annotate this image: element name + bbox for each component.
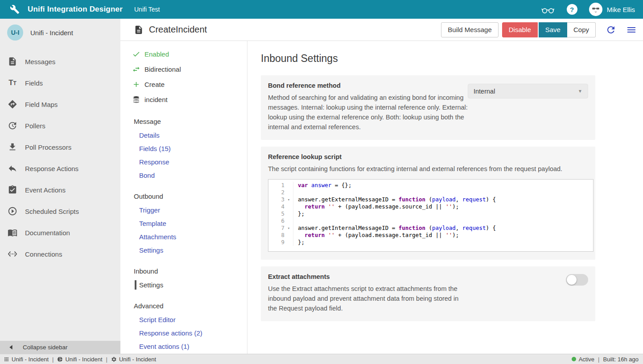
integration-header[interactable]: U-I Unifi - Incident (0, 19, 120, 46)
integration-avatar: U-I (7, 25, 23, 41)
separator: | (105, 356, 108, 363)
text-fields-icon: TT (8, 78, 17, 87)
extract-attachments-card: Extract attachments Use the Extract atta… (261, 266, 595, 321)
built-label: Built: 16h ago (603, 356, 639, 363)
sidebar-item-label: Field Maps (25, 101, 58, 108)
sidebar-item-messages[interactable]: Messages (0, 51, 120, 72)
statusbar-item-label: Unifi - Incident (65, 356, 102, 363)
user-avatar (589, 3, 602, 16)
check-icon (132, 50, 140, 58)
reply-icon (8, 164, 17, 173)
sidebar-item-field-maps[interactable]: Field Maps (0, 94, 120, 115)
database-icon (132, 95, 140, 104)
clock-refresh-icon (8, 121, 17, 131)
sidebar-menu: Messages TT Fields Field Maps Pollers Po… (0, 46, 120, 341)
nav-status-bidirectional[interactable]: Bidirectional (120, 61, 247, 77)
message-header: CreateIncident Build Message Disable Sav… (120, 19, 643, 41)
sidebar-item-label: Event Actions (25, 186, 66, 194)
integration-name: Unifi - Incident (30, 29, 73, 37)
message-name: CreateIncident (149, 25, 207, 35)
sidebar-item-label: Response Actions (25, 165, 78, 172)
user-menu[interactable]: Mike Ellis (589, 3, 635, 16)
sidebar-item-response-actions[interactable]: Response Actions (0, 158, 120, 179)
collapse-sidebar-button[interactable]: Collapse sidebar (0, 341, 120, 354)
sidebar-item-poll-processors[interactable]: Poll Processors (0, 136, 120, 158)
statusbar-item-dataset[interactable]: Unifi - Incident (4, 356, 49, 363)
nav-link-template[interactable]: Template (120, 217, 247, 230)
extract-attachments-description: Use the Extract attachments script to ex… (268, 284, 461, 313)
sidebar-item-label: Fields (25, 79, 43, 87)
menu-button[interactable] (626, 25, 637, 35)
open-book-icon (8, 228, 17, 237)
hamburger-icon (626, 25, 637, 35)
build-message-button[interactable]: Build Message (441, 22, 498, 37)
reference-lookup-code-editor[interactable]: 1var answer = {};2 3▾answer.getExternalM… (268, 179, 594, 252)
reference-lookup-card: Reference lookup script The script conta… (261, 147, 595, 260)
statusbar-item-label: Unifi - Incident (119, 356, 156, 363)
nav-link-attachments[interactable]: Attachments (120, 230, 247, 243)
nav-status-label: Bidirectional (144, 65, 181, 73)
separator: | (51, 356, 54, 363)
copy-button[interactable]: Copy (567, 22, 596, 37)
ethernet-brackets-icon (8, 249, 17, 259)
sidebar: U-I Unifi - Incident Messages TT Fields … (0, 19, 120, 354)
active-status-icon (572, 357, 576, 361)
nav-link-bond[interactable]: Bond (120, 168, 247, 182)
reference-lookup-description: The script containing functions for extr… (268, 164, 588, 174)
sidebar-item-pollers[interactable]: Pollers (0, 115, 120, 136)
bond-reference-value: Internal (474, 88, 495, 95)
message-title: CreateIncident (134, 25, 207, 35)
active-status-label: Active (579, 356, 594, 363)
sidebar-item-event-actions[interactable]: Event Actions (0, 179, 120, 200)
nav-link-response[interactable]: Response (120, 155, 247, 168)
sidebar-item-label: Messages (25, 58, 55, 65)
reference-lookup-label: Reference lookup script (268, 153, 588, 160)
sidebar-item-scheduled-scripts[interactable]: Scheduled Scripts (0, 200, 120, 222)
sidebar-item-connections[interactable]: Connections (0, 243, 120, 265)
nav-status-label: Create (144, 81, 165, 88)
nav-section-advanced: Advanced (120, 299, 247, 313)
play-circle-icon (8, 206, 17, 216)
app-window: Unifi Integration Designer Unifi Test ? … (0, 0, 643, 364)
nav-link-trigger[interactable]: Trigger (120, 203, 247, 217)
bond-reference-description: Method of searching for and validating a… (268, 93, 468, 132)
message-nav: Enabled Bidirectional Create incide (120, 41, 247, 354)
nav-status-enabled[interactable]: Enabled (120, 46, 247, 61)
sidebar-item-fields[interactable]: TT Fields (0, 72, 120, 94)
sidebar-item-documentation[interactable]: Documentation (0, 222, 120, 243)
save-button[interactable]: Save (539, 22, 567, 37)
nav-link-event-actions[interactable]: Event actions (1) (120, 339, 247, 353)
help-icon[interactable]: ? (567, 4, 577, 15)
statusbar-item-process[interactable]: Unifi - Incident (111, 356, 156, 363)
nav-status-label: Enabled (144, 50, 169, 58)
settings-panel: Inbound Settings Bond reference method M… (247, 41, 643, 354)
disable-button[interactable]: Disable (502, 22, 538, 37)
statusbar: Unifi - Incident | Unifi - Incident | Un… (0, 354, 643, 364)
nav-status-incident[interactable]: incident (120, 92, 247, 107)
sidebar-item-label: Pollers (25, 122, 45, 130)
nav-link-fields[interactable]: Fields (15) (120, 142, 247, 155)
nav-link-response-actions[interactable]: Response actions (2) (120, 326, 247, 339)
refresh-button[interactable] (606, 25, 616, 35)
page-title: Inbound Settings (261, 53, 630, 65)
nav-link-details[interactable]: Details (120, 128, 247, 142)
statusbar-item-integration[interactable]: Unifi - Incident (57, 356, 102, 363)
extract-attachments-toggle[interactable] (566, 274, 588, 286)
grid-icon (4, 356, 9, 362)
bond-reference-select[interactable]: Internal ▼ (468, 84, 588, 98)
nav-link-inbound-settings[interactable]: Settings (120, 278, 247, 291)
collapse-sidebar-label: Collapse sidebar (23, 344, 68, 351)
sidebar-item-label: Scheduled Scripts (25, 208, 79, 215)
document-icon (8, 57, 17, 66)
download-icon (8, 142, 17, 152)
nav-link-script-editor[interactable]: Script Editor (120, 313, 247, 326)
plus-icon (132, 80, 140, 89)
nav-link-outbound-settings[interactable]: Settings (120, 243, 247, 257)
separator: | (597, 356, 600, 363)
glasses-icon[interactable] (541, 4, 555, 14)
nav-status-create[interactable]: Create (120, 77, 247, 92)
document-icon (134, 25, 144, 35)
bond-reference-card: Bond reference method Method of searchin… (261, 75, 595, 140)
toggle-knob (567, 275, 577, 285)
sidebar-item-label: Poll Processors (25, 143, 71, 151)
